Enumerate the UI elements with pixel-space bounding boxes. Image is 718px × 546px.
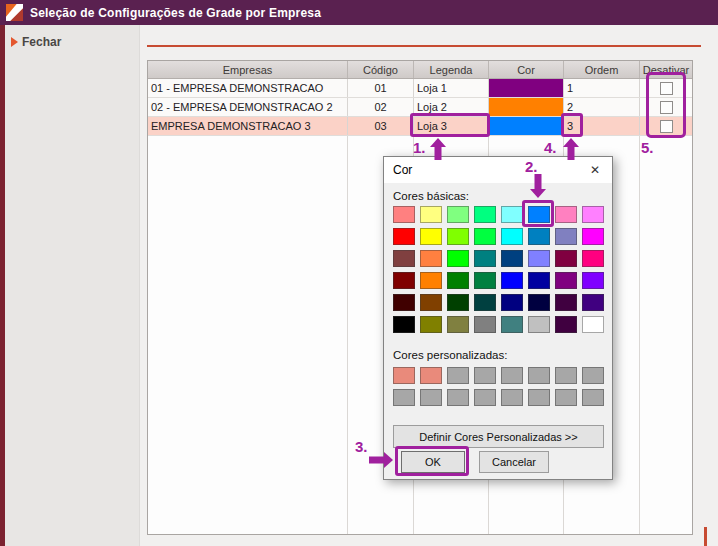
ordem-cell[interactable]: 2 <box>564 98 640 116</box>
basic-color-swatch[interactable] <box>474 228 496 245</box>
basic-color-swatch[interactable] <box>474 316 496 333</box>
basic-color-swatch[interactable] <box>501 272 523 289</box>
basic-color-swatch[interactable] <box>555 250 577 267</box>
basic-color-swatch[interactable] <box>582 316 604 333</box>
basic-color-swatch[interactable] <box>582 294 604 311</box>
basic-color-swatch[interactable] <box>501 228 523 245</box>
table-header-row: Empresas Código Legenda Cor Ordem Desati… <box>148 61 692 79</box>
basic-color-swatch[interactable] <box>582 250 604 267</box>
basic-color-swatch[interactable] <box>447 316 469 333</box>
header-cor: Cor <box>489 61 564 78</box>
custom-color-swatch[interactable] <box>447 389 469 406</box>
basic-color-swatch[interactable] <box>528 294 550 311</box>
custom-color-swatch[interactable] <box>528 389 550 406</box>
header-empresas: Empresas <box>148 61 348 78</box>
basic-color-swatch[interactable] <box>474 206 496 223</box>
custom-color-swatch[interactable] <box>393 367 415 384</box>
basic-color-swatch[interactable] <box>555 206 577 223</box>
title-bar: Seleção de Configurações de Grade por Em… <box>0 0 718 25</box>
basic-color-swatch[interactable] <box>393 272 415 289</box>
table-row[interactable]: 01 - EMPRESA DEMONSTRACAO 01 Loja 1 1 <box>148 79 692 98</box>
basic-color-swatch[interactable] <box>393 206 415 223</box>
define-custom-colors-button[interactable]: Definir Cores Personalizadas >> <box>393 425 604 448</box>
basic-color-swatch[interactable] <box>420 316 442 333</box>
desativar-checkbox[interactable] <box>660 120 673 133</box>
codigo-cell: 01 <box>348 79 414 97</box>
basic-color-swatch[interactable] <box>528 272 550 289</box>
basic-color-swatch[interactable] <box>555 272 577 289</box>
legenda-cell[interactable]: Loja 1 <box>414 79 489 97</box>
cancel-button[interactable]: Cancelar <box>479 451 549 473</box>
basic-color-swatch[interactable] <box>528 250 550 267</box>
custom-color-swatch[interactable] <box>420 389 442 406</box>
basic-color-swatch[interactable] <box>393 228 415 245</box>
basic-color-swatch[interactable] <box>582 228 604 245</box>
header-desativar: Desativar <box>640 61 692 78</box>
legenda-cell[interactable]: Loja 3 <box>414 117 489 135</box>
desativar-cell <box>640 79 692 97</box>
basic-color-swatch[interactable] <box>528 206 550 223</box>
basic-color-swatch[interactable] <box>528 228 550 245</box>
custom-color-swatch[interactable] <box>555 367 577 384</box>
close-icon[interactable]: ✕ <box>578 157 612 183</box>
basic-color-swatch[interactable] <box>501 316 523 333</box>
custom-color-swatch[interactable] <box>420 367 442 384</box>
annotation-step-label: 4. <box>544 139 557 156</box>
basic-color-swatch[interactable] <box>447 228 469 245</box>
custom-color-swatch[interactable] <box>474 389 496 406</box>
basic-color-swatch[interactable] <box>474 250 496 267</box>
legenda-cell[interactable]: Loja 2 <box>414 98 489 116</box>
basic-color-swatch[interactable] <box>474 294 496 311</box>
header-ordem: Ordem <box>564 61 640 78</box>
basic-color-swatch[interactable] <box>501 294 523 311</box>
cor-cell[interactable] <box>489 98 564 116</box>
basic-color-swatch[interactable] <box>393 316 415 333</box>
custom-color-swatch[interactable] <box>582 389 604 406</box>
basic-color-swatch[interactable] <box>501 250 523 267</box>
basic-color-swatch[interactable] <box>555 294 577 311</box>
custom-color-swatch[interactable] <box>474 367 496 384</box>
basic-color-swatch[interactable] <box>447 294 469 311</box>
basic-color-swatch[interactable] <box>474 272 496 289</box>
table-row-selected[interactable]: EMPRESA DEMONSTRACAO 3 03 Loja 3 3 <box>148 117 692 136</box>
ok-button[interactable]: OK <box>401 451 465 473</box>
custom-color-swatch[interactable] <box>528 367 550 384</box>
basic-color-swatch[interactable] <box>420 294 442 311</box>
close-menu-item[interactable]: Fechar <box>11 35 61 49</box>
basic-color-swatch[interactable] <box>582 272 604 289</box>
basic-color-swatch[interactable] <box>420 206 442 223</box>
basic-color-swatch[interactable] <box>447 206 469 223</box>
basic-color-swatch[interactable] <box>420 272 442 289</box>
table-row[interactable]: 02 - EMPRESA DEMONSTRACAO 2 02 Loja 2 2 <box>148 98 692 117</box>
cor-cell[interactable] <box>489 117 564 135</box>
custom-color-swatch[interactable] <box>501 389 523 406</box>
custom-color-swatch[interactable] <box>501 367 523 384</box>
ordem-cell[interactable]: 3 <box>564 117 640 135</box>
annotation-arrow-up-4 <box>563 138 579 160</box>
custom-color-swatch[interactable] <box>393 389 415 406</box>
desativar-checkbox[interactable] <box>660 101 673 114</box>
basic-color-swatch[interactable] <box>555 228 577 245</box>
basic-color-swatch[interactable] <box>582 206 604 223</box>
app-window: Seleção de Configurações de Grade por Em… <box>0 0 718 546</box>
empty-column <box>640 136 692 534</box>
basic-color-swatch[interactable] <box>555 316 577 333</box>
empresa-cell: 01 - EMPRESA DEMONSTRACAO <box>148 79 348 97</box>
cor-cell[interactable] <box>489 79 564 97</box>
basic-color-swatch[interactable] <box>393 250 415 267</box>
custom-color-swatch[interactable] <box>447 367 469 384</box>
custom-color-swatch[interactable] <box>555 389 577 406</box>
basic-color-swatch[interactable] <box>447 250 469 267</box>
ordem-cell[interactable]: 1 <box>564 79 640 97</box>
app-logo-icon <box>6 4 23 21</box>
basic-color-swatch[interactable] <box>393 294 415 311</box>
basic-color-swatch[interactable] <box>528 316 550 333</box>
basic-color-swatch[interactable] <box>447 272 469 289</box>
basic-color-swatch[interactable] <box>501 206 523 223</box>
close-menu-label: Fechar <box>22 35 61 49</box>
desativar-checkbox[interactable] <box>660 82 673 95</box>
custom-color-swatch[interactable] <box>582 367 604 384</box>
basic-color-swatch[interactable] <box>420 250 442 267</box>
header-codigo: Código <box>348 61 414 78</box>
basic-color-swatch[interactable] <box>420 228 442 245</box>
